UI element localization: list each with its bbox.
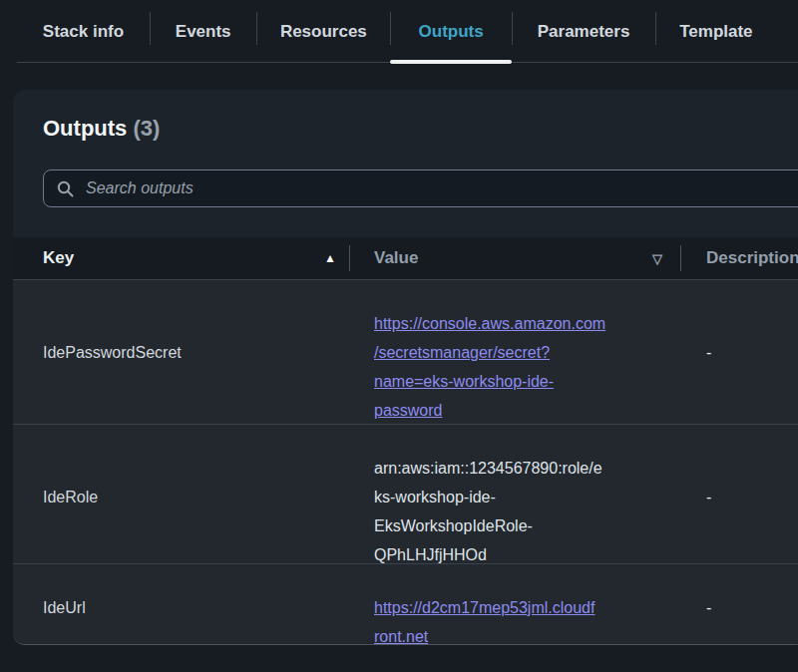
column-header-description[interactable]: Description — [680, 248, 798, 268]
table-row: IdeUrl https://d2cm17mep53jml.cloudf ron… — [13, 563, 798, 644]
output-description: - — [680, 344, 798, 362]
tab-events[interactable]: Events — [150, 0, 256, 63]
column-divider — [680, 245, 681, 271]
output-value: https://d2cm17mep53jml.cloudf ront.net — [349, 564, 680, 645]
tab-outputs[interactable]: Outputs — [390, 0, 512, 63]
search-icon — [57, 180, 74, 197]
tab-template[interactable]: Template — [655, 0, 798, 63]
output-value-link[interactable]: https://d2cm17mep53jml.cloudf ront.net — [374, 599, 595, 645]
column-header-value-label: Value — [374, 248, 418, 268]
output-value-link[interactable]: https://console.aws.amazon.com /secretsm… — [374, 315, 605, 419]
output-key: IdeRole — [13, 489, 349, 506]
output-value-text: arn:aws:iam::1234567890:role/e ks-worksh… — [374, 460, 602, 563]
output-key: IdePasswordSecret — [13, 344, 349, 362]
table-row: IdeRole arn:aws:iam::1234567890:role/e k… — [13, 424, 798, 563]
outputs-panel: Outputs (3) Key ▲ Value ▽ Description Id… — [13, 90, 798, 645]
output-description: - — [680, 599, 798, 617]
search-outputs-box[interactable] — [43, 169, 798, 207]
column-header-key-label: Key — [43, 248, 74, 268]
output-key: IdeUrl — [13, 599, 349, 617]
output-description: - — [680, 489, 798, 506]
column-divider — [349, 245, 350, 271]
sort-descending-icon: ▽ — [652, 251, 662, 266]
tab-stack-info[interactable]: Stack info — [17, 0, 150, 63]
outputs-title-text: Outputs — [43, 116, 127, 141]
tab-parameters[interactable]: Parameters — [512, 0, 655, 63]
table-header-row: Key ▲ Value ▽ Description — [13, 237, 798, 279]
page-title: Outputs (3) — [43, 116, 160, 142]
output-value: https://console.aws.amazon.com /secretsm… — [349, 280, 680, 425]
output-value: arn:aws:iam::1234567890:role/e ks-worksh… — [349, 425, 680, 569]
search-input[interactable] — [86, 179, 798, 197]
column-header-key[interactable]: Key ▲ — [13, 248, 349, 268]
tab-bar: Stack info Events Resources Outputs Para… — [0, 0, 798, 63]
column-header-value[interactable]: Value ▽ — [349, 248, 680, 268]
outputs-table: Key ▲ Value ▽ Description IdePasswordSec… — [13, 237, 798, 644]
tab-resources[interactable]: Resources — [256, 0, 390, 63]
sort-ascending-icon: ▲ — [324, 251, 336, 265]
table-row: IdePasswordSecret https://console.aws.am… — [13, 279, 798, 424]
outputs-count: (3) — [133, 116, 160, 141]
